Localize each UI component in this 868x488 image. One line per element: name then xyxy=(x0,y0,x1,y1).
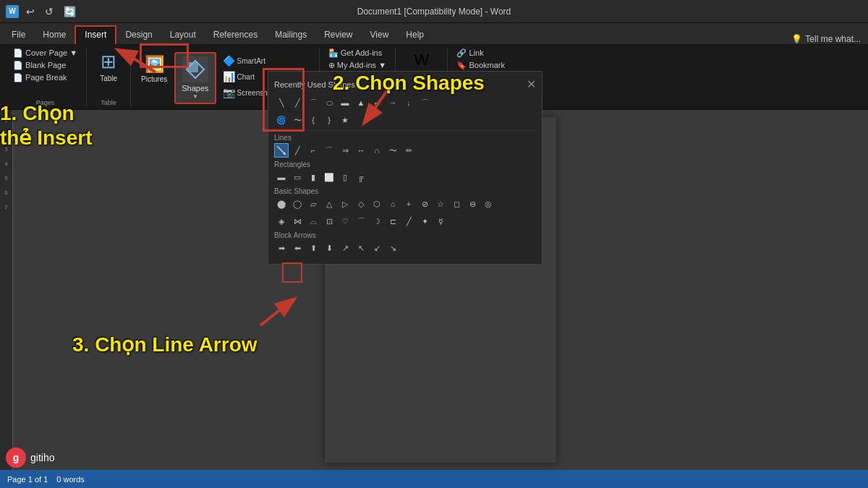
shape-callout[interactable]: ⌒ xyxy=(417,95,432,110)
step3-annotation: 3. Chọn Line Arrow xyxy=(72,333,258,357)
title-bar-controls: W ↩ ↺ 🔄 xyxy=(6,4,79,19)
rect4[interactable]: ⬜ xyxy=(322,170,336,184)
ba7[interactable]: ↙ xyxy=(370,241,384,255)
redo-button[interactable]: ↺ xyxy=(42,4,56,19)
arrow-to-insert xyxy=(112,43,163,82)
basic16[interactable]: ⋈ xyxy=(290,214,305,228)
shape-curly2[interactable]: } xyxy=(322,113,336,127)
shape-arrow-down[interactable]: ↓ xyxy=(401,95,416,110)
basic17[interactable]: ⌓ xyxy=(306,214,320,228)
basic6[interactable]: ◇ xyxy=(354,197,368,211)
basic13[interactable]: ⊖ xyxy=(465,197,480,211)
shape-arc[interactable]: ⌒ xyxy=(306,95,320,110)
basic5[interactable]: ▷ xyxy=(338,197,352,211)
line-freeform[interactable]: 〜 xyxy=(386,143,400,158)
arrow-to-line-arrow xyxy=(253,289,304,335)
rect1[interactable]: ▬ xyxy=(274,170,289,184)
dropdown-close[interactable]: ✕ xyxy=(527,77,536,91)
basic11[interactable]: ☆ xyxy=(433,197,448,211)
basic22[interactable]: ⊏ xyxy=(386,214,400,228)
gitiho-logo: g xyxy=(6,448,26,468)
basic19[interactable]: ♡ xyxy=(338,214,352,228)
basic15[interactable]: ◈ xyxy=(274,214,289,228)
line-arc[interactable]: ∩ xyxy=(370,143,384,158)
basic12[interactable]: ◻ xyxy=(449,197,464,211)
rect2[interactable]: ▭ xyxy=(290,170,305,184)
basic3[interactable]: ▱ xyxy=(306,197,320,211)
undo-button[interactable]: ↩ xyxy=(23,4,38,19)
basic8[interactable]: ⌂ xyxy=(386,197,400,211)
basic10[interactable]: ⊘ xyxy=(417,197,432,211)
page-info: Page 1 of 1 xyxy=(7,475,48,484)
tab-view[interactable]: View xyxy=(362,27,398,44)
basic1[interactable]: ⬤ xyxy=(274,197,289,211)
tab-review[interactable]: Review xyxy=(315,27,361,44)
rect5[interactable]: ▯ xyxy=(338,170,352,184)
basic25[interactable]: ☿ xyxy=(433,214,448,228)
bookmark-button[interactable]: 🔖 Bookmark xyxy=(454,60,525,71)
block-arrows: ➡ ⬅ ⬆ ⬇ ↗ ↖ ↙ ↘ xyxy=(274,241,536,255)
step1-annotation: 1. Chọn thẻ Insert xyxy=(0,101,92,150)
ribbon-group-pages: 📄 Cover Page ▼ 📄 Blank Page 📄 Page Break… xyxy=(4,48,87,106)
shape-oval[interactable]: ⬭ xyxy=(322,95,336,110)
basic18[interactable]: ⊡ xyxy=(322,214,336,228)
line-double2[interactable]: ↔ xyxy=(354,143,368,158)
tab-layout[interactable]: Layout xyxy=(161,27,205,44)
basic21[interactable]: ☽ xyxy=(370,214,384,228)
lines-shapes: ╱ ⌐ ⌒ ⇒ ↔ ∩ 〜 ✏ xyxy=(274,143,536,158)
shape-line-fwd[interactable]: ╱ xyxy=(290,95,305,110)
table-group-label: Table xyxy=(101,96,116,106)
basic2[interactable]: ◯ xyxy=(290,197,305,211)
rect3[interactable]: ▮ xyxy=(306,170,320,184)
shape-line-diagonal[interactable]: ╲ xyxy=(274,95,289,110)
tell-me-bar[interactable]: 💡 Tell me what... xyxy=(784,34,868,44)
ribbon-tabs: File Home Insert Design Layout Reference… xyxy=(0,23,868,45)
tab-home[interactable]: Home xyxy=(34,27,75,44)
line-arrow-shape[interactable] xyxy=(274,143,289,158)
basic7[interactable]: ⬡ xyxy=(370,197,384,211)
tab-design[interactable]: Design xyxy=(116,27,161,44)
basic23[interactable]: ╱ xyxy=(401,214,416,228)
line-scribble[interactable]: ✏ xyxy=(401,143,416,158)
smartart-button[interactable]: 🔷 SmartArt xyxy=(219,53,278,68)
blank-page-button[interactable]: 📄 Blank Page xyxy=(10,60,80,71)
ba5[interactable]: ↗ xyxy=(338,241,352,255)
tab-references[interactable]: References xyxy=(205,27,266,44)
autosave-button[interactable]: 🔄 xyxy=(61,4,79,19)
step2-text: 2. Chọn Shapes xyxy=(333,71,485,95)
document-title: Document1 [Compatibility Mode] - Word xyxy=(357,7,511,17)
tab-mailings[interactable]: Mailings xyxy=(266,27,315,44)
line-elbow[interactable]: ⌐ xyxy=(306,143,320,158)
basic4[interactable]: △ xyxy=(322,197,336,211)
basic14[interactable]: ◎ xyxy=(481,197,495,211)
basic9[interactable]: + xyxy=(401,197,416,211)
page-break-button[interactable]: 📄 Page Break xyxy=(10,72,80,83)
shape-star[interactable]: ★ xyxy=(338,113,352,127)
cover-page-button[interactable]: 📄 Cover Page ▼ xyxy=(10,48,80,59)
my-addins-button[interactable]: ⊕ My Add-ins ▼ xyxy=(326,60,389,71)
word-icon: W xyxy=(6,5,19,18)
basic24[interactable]: ✦ xyxy=(417,214,432,228)
basic20[interactable]: ⌒ xyxy=(354,214,368,228)
ba6[interactable]: ↖ xyxy=(354,241,368,255)
line-double[interactable]: ⇒ xyxy=(338,143,352,158)
tab-insert[interactable]: Insert xyxy=(75,25,116,44)
ba2[interactable]: ⬅ xyxy=(290,241,305,255)
get-addins-button[interactable]: 🏪 Get Add-ins xyxy=(326,48,389,59)
ba8[interactable]: ↘ xyxy=(386,241,400,255)
line-shape[interactable]: ╱ xyxy=(290,143,305,158)
shape-rect[interactable]: ▬ xyxy=(338,95,352,110)
shape-wave[interactable]: 〜 xyxy=(290,113,305,127)
shapes-button[interactable]: Shapes ▼ xyxy=(174,52,216,104)
ba3[interactable]: ⬆ xyxy=(306,241,320,255)
rect6[interactable]: ╔ xyxy=(354,170,368,184)
shape-spiral[interactable]: 🌀 xyxy=(274,113,289,127)
tab-help[interactable]: Help xyxy=(397,27,433,44)
ba1[interactable]: ➡ xyxy=(274,241,289,255)
shape-curly[interactable]: { xyxy=(306,113,320,127)
ba4[interactable]: ⬇ xyxy=(322,241,336,255)
title-bar: W ↩ ↺ 🔄 Document1 [Compatibility Mode] -… xyxy=(0,0,868,23)
link-button[interactable]: 🔗 Link xyxy=(454,48,525,59)
line-curved[interactable]: ⌒ xyxy=(322,143,336,158)
tab-file[interactable]: File xyxy=(3,27,34,44)
